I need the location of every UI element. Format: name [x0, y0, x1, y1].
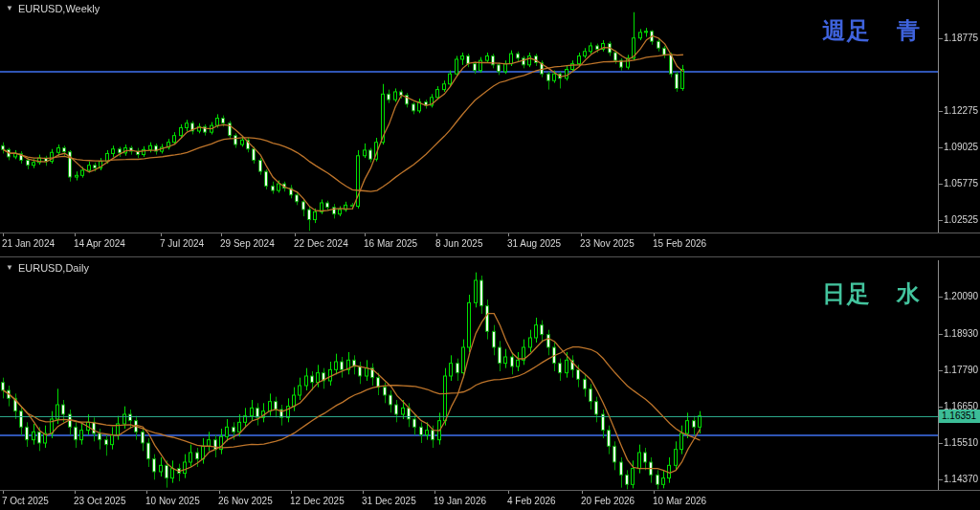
y-axis-label: 1.05775 — [944, 178, 978, 189]
x-axis-label: 26 Nov 2025 — [218, 496, 273, 507]
chart-canvas[interactable] — [0, 0, 980, 510]
terminal-window: ▼ EURUSD,Weekly 週足 青 ▼ EURUSD,Daily 日足 水… — [0, 0, 980, 510]
y-axis-label: 1.16650 — [944, 401, 978, 412]
chart-collapse-icon[interactable]: ▼ — [6, 5, 13, 12]
x-axis-label: 23 Oct 2025 — [74, 496, 125, 507]
y-axis-label: 1.17790 — [944, 365, 978, 376]
x-axis-label: 19 Jan 2026 — [434, 496, 486, 507]
y-axis-label: 1.18930 — [944, 328, 978, 340]
y-axis-label: 1.02525 — [944, 214, 978, 226]
x-axis-label: 23 Nov 2025 — [580, 238, 635, 250]
x-axis-label: 20 Feb 2026 — [581, 496, 635, 507]
x-axis-label: 16 Mar 2025 — [364, 238, 417, 250]
y-axis-label: 1.18775 — [944, 33, 978, 44]
daily-annotation-label: 日足 水 — [822, 278, 922, 309]
chart-collapse-icon[interactable]: ▼ — [6, 264, 13, 272]
x-axis-label: 10 Mar 2026 — [653, 496, 706, 507]
x-axis-label: 12 Dec 2025 — [290, 496, 345, 507]
weekly-annotation-label: 週足 青 — [822, 15, 922, 46]
daily-chart-title: EURUSD,Daily — [18, 262, 89, 274]
y-axis-label: 1.20090 — [944, 291, 978, 302]
x-axis-label: 31 Dec 2025 — [362, 496, 416, 507]
x-axis-label: 15 Feb 2026 — [653, 238, 706, 250]
daily-chart-title-bar[interactable]: ▼ EURUSD,Daily — [6, 262, 89, 274]
x-axis-label: 10 Nov 2025 — [145, 496, 200, 507]
x-axis-label: 29 Sep 2024 — [220, 238, 275, 250]
y-axis-label: 1.15510 — [944, 437, 978, 449]
x-axis-label: 21 Jan 2024 — [2, 238, 55, 250]
x-axis-label: 4 Feb 2026 — [507, 496, 556, 507]
x-axis-label: 7 Oct 2025 — [2, 496, 49, 507]
weekly-chart-title-bar[interactable]: ▼ EURUSD,Weekly — [6, 3, 100, 14]
y-axis-label: 1.09025 — [944, 142, 978, 153]
x-axis-label: 22 Dec 2024 — [294, 238, 348, 250]
x-axis-label: 7 Jul 2024 — [160, 238, 204, 250]
x-axis-label: 31 Aug 2025 — [507, 238, 561, 250]
y-axis-label: 1.14370 — [944, 474, 978, 485]
weekly-chart-title: EURUSD,Weekly — [18, 3, 100, 14]
y-axis-label: 1.12275 — [944, 105, 978, 117]
x-axis-label: 8 Jun 2025 — [435, 238, 483, 250]
x-axis-label: 14 Apr 2024 — [74, 238, 125, 250]
